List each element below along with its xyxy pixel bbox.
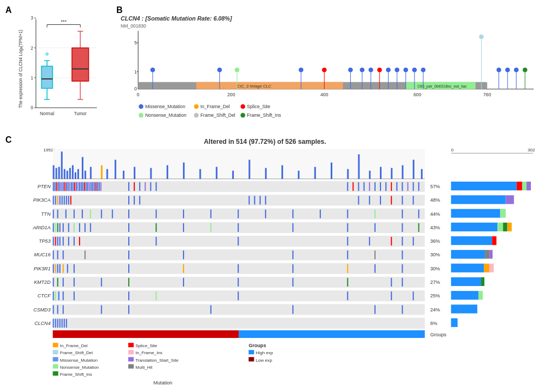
svg-rect-406 — [53, 364, 58, 369]
panel-c-content: Altered in 514 (97.72%) of 526 samples. … — [16, 135, 541, 387]
svg-rect-200 — [90, 182, 91, 191]
svg-rect-385 — [508, 223, 512, 231]
svg-rect-394 — [451, 277, 481, 286]
svg-rect-364 — [60, 319, 61, 328]
svg-text:High exp: High exp — [256, 350, 273, 355]
svg-rect-280 — [156, 223, 157, 232]
svg-rect-329 — [53, 278, 54, 287]
svg-text:CLCN4: CLCN4 — [35, 321, 51, 326]
svg-rect-356 — [128, 305, 129, 314]
svg-rect-311 — [292, 250, 293, 259]
svg-rect-224 — [408, 182, 409, 191]
svg-point-95 — [139, 113, 143, 118]
svg-rect-286 — [374, 223, 376, 232]
svg-point-99 — [240, 113, 245, 118]
svg-rect-384 — [503, 223, 507, 231]
svg-rect-390 — [489, 250, 492, 258]
svg-rect-220 — [385, 182, 386, 191]
svg-rect-254 — [90, 209, 91, 218]
svg-rect-181 — [60, 182, 61, 191]
svg-rect-192 — [77, 182, 78, 191]
svg-point-60 — [322, 68, 327, 72]
svg-text:CSMD3: CSMD3 — [34, 307, 51, 313]
svg-rect-309 — [128, 250, 129, 259]
svg-rect-349 — [347, 291, 348, 300]
svg-rect-267 — [402, 209, 403, 218]
svg-text:TTN: TTN — [41, 211, 51, 217]
svg-rect-255 — [101, 209, 102, 218]
svg-rect-197 — [86, 182, 87, 191]
svg-rect-288 — [418, 223, 419, 232]
svg-point-54 — [217, 68, 222, 72]
svg-rect-331 — [63, 278, 64, 287]
svg-point-91 — [194, 104, 199, 109]
svg-rect-275 — [74, 223, 75, 232]
svg-rect-365 — [62, 319, 63, 328]
svg-rect-375 — [517, 182, 522, 190]
svg-rect-250 — [57, 209, 58, 218]
svg-point-76 — [412, 68, 417, 72]
svg-text:Normal: Normal — [40, 111, 55, 116]
panel-c-label: C — [5, 135, 12, 145]
svg-rect-368 — [53, 330, 239, 338]
svg-rect-334 — [128, 278, 129, 287]
svg-rect-404 — [53, 357, 58, 361]
svg-point-78 — [421, 68, 426, 72]
svg-rect-218 — [374, 182, 376, 191]
svg-text:Nonsense_Mutation: Nonsense_Mutation — [145, 112, 187, 118]
svg-text:25%: 25% — [430, 293, 440, 298]
svg-rect-180 — [58, 182, 59, 191]
svg-rect-247 — [402, 196, 403, 204]
svg-rect-391 — [451, 264, 484, 273]
svg-rect-421 — [248, 357, 254, 361]
top-row: A The expression of CLCN4 Log₂(TPM+1) 0 … — [5, 5, 547, 130]
svg-rect-303 — [402, 237, 403, 245]
svg-rect-337 — [292, 278, 293, 287]
panel-c: C Altered in 514 (97.72%) of 526 samples… — [5, 135, 547, 387]
svg-rect-227 — [53, 196, 54, 204]
svg-text:Frame_Shift_Ins: Frame_Shift_Ins — [60, 372, 92, 377]
svg-point-62 — [348, 68, 353, 72]
svg-point-74 — [403, 68, 408, 72]
svg-text:Translation_Start_Site: Translation_Start_Site — [135, 358, 179, 363]
svg-rect-290 — [55, 237, 56, 245]
svg-rect-213 — [347, 182, 348, 191]
svg-rect-236 — [128, 196, 129, 204]
svg-rect-289 — [53, 237, 54, 245]
svg-rect-357 — [211, 305, 212, 314]
svg-rect-110 — [67, 171, 68, 179]
svg-rect-306 — [57, 250, 58, 259]
svg-rect-412 — [128, 350, 134, 354]
svg-text:1: 1 — [31, 76, 34, 81]
svg-rect-350 — [391, 291, 392, 300]
svg-text:6%: 6% — [430, 321, 437, 326]
svg-rect-382 — [451, 223, 497, 231]
svg-text:400: 400 — [320, 92, 328, 97]
svg-rect-121 — [123, 171, 124, 179]
svg-rect-243 — [358, 196, 359, 204]
svg-text:44%: 44% — [430, 211, 440, 217]
svg-text:Frame_Shift_Ins: Frame_Shift_Ins — [247, 112, 281, 118]
svg-rect-270 — [55, 223, 56, 232]
svg-rect-379 — [506, 195, 514, 204]
svg-rect-305 — [53, 250, 54, 259]
svg-rect-258 — [156, 209, 157, 218]
svg-rect-416 — [128, 364, 134, 369]
svg-rect-128 — [232, 171, 234, 179]
svg-rect-296 — [79, 237, 80, 245]
svg-rect-295 — [74, 237, 75, 245]
panel-b-content: CLCN4 : [Somatic Mutation Rate: 6.08%] N… — [119, 14, 541, 130]
svg-point-88 — [523, 68, 528, 72]
svg-rect-396 — [451, 291, 478, 300]
svg-rect-360 — [402, 305, 403, 314]
svg-rect-354 — [63, 305, 64, 314]
svg-rect-276 — [79, 223, 80, 232]
svg-text:Missense_Mutation: Missense_Mutation — [60, 358, 98, 363]
svg-rect-287 — [402, 223, 403, 232]
svg-rect-234 — [68, 196, 69, 204]
svg-rect-228 — [55, 196, 56, 204]
svg-rect-239 — [248, 196, 249, 204]
svg-text:Splice_Site: Splice_Site — [135, 343, 157, 348]
svg-text:ARID1A: ARID1A — [32, 225, 51, 230]
svg-rect-219 — [380, 182, 381, 191]
